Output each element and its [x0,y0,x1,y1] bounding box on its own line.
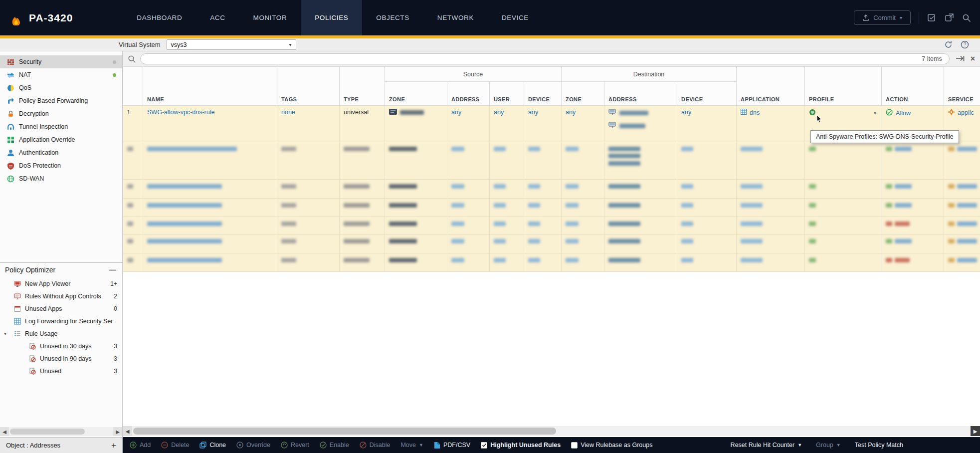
source-address[interactable]: any [451,109,461,116]
add-object-button[interactable]: + [111,441,116,450]
sidebar-item-label: Authentication [19,149,58,156]
sidebar-item-authentication[interactable]: Authentication [0,146,122,159]
rulebase-main: 7 items × [123,51,980,437]
col-header-src-device[interactable]: DEVICE [524,82,562,106]
optimizer-item-unused-30-days[interactable]: Unused in 30 days 3 [0,340,122,352]
col-header-name[interactable]: NAME [143,67,277,106]
redacted-cell [340,217,385,234]
sidebar-item-security[interactable]: Security [0,55,122,68]
scrollbar-thumb[interactable] [133,428,556,435]
filter-input[interactable] [141,54,949,64]
override-button[interactable]: Override [236,442,270,449]
sidebar-item-decryption[interactable]: Decryption [0,107,122,120]
redacted-cell [490,253,524,272]
optimizer-item-unused-apps[interactable]: Unused Apps 0 [0,302,122,315]
optimizer-item-rules-without-app-controls[interactable]: Rules Without App Controls 2 [0,290,122,302]
tab-monitor[interactable]: MONITOR [239,0,301,35]
clone-button[interactable]: Clone [199,442,226,449]
optimizer-item-rule-usage[interactable]: ▾ Rule Usage [0,327,122,340]
tab-dashboard[interactable]: DASHBOARD [123,0,196,35]
sidebar-item-sd-wan[interactable]: SD-WAN [0,172,122,185]
tab-policies[interactable]: POLICIES [301,0,362,35]
redacted-cell [737,199,805,217]
tab-network[interactable]: NETWORK [423,0,488,35]
virtual-system-select[interactable]: vsys3 ▾ [167,39,296,50]
col-header-src-address[interactable]: ADDRESS [447,82,490,106]
apply-filter-icon[interactable] [956,55,965,63]
rule-name-link[interactable]: SWG-allow-vpc-dns-rule [147,109,214,116]
reset-rule-hit-counter-button[interactable]: Reset Rule Hit Counter▼ [731,442,802,449]
rule-tags[interactable]: none [281,109,295,116]
profile-dropdown-chevron-icon[interactable]: ▾ [874,110,876,116]
highlight-unused-rules-checkbox[interactable]: Highlight Unused Rules [481,442,561,449]
destination-zone[interactable]: any [566,109,576,116]
config-save-icon[interactable] [927,13,937,22]
table-row-redacted[interactable] [123,180,980,199]
action-value[interactable]: Allow [896,110,911,117]
table-row-redacted[interactable] [123,142,980,180]
scrollbar-thumb[interactable] [10,429,85,435]
config-push-icon[interactable] [945,13,954,22]
bottom-toolbar: Add Delete Clone Override Revert Enable [123,437,980,453]
optimizer-item-log-forwarding[interactable]: Log Forwarding for Security Ser [0,315,122,327]
col-header-service[interactable]: SERVICE [944,67,980,106]
sidebar-item-qos[interactable]: QoS [0,81,122,94]
col-header-dst-device[interactable]: DEVICE [677,82,737,106]
optimizer-item-unused-90-days[interactable]: Unused in 90 days 3 [0,352,122,365]
col-header-tags[interactable]: TAGS [277,67,340,106]
scroll-right-arrow[interactable]: ▶ [113,427,122,436]
col-header-dst-zone[interactable]: ZONE [562,82,604,106]
scroll-left-arrow[interactable]: ◀ [123,426,132,436]
clear-filter-icon[interactable]: × [971,55,975,63]
tab-objects[interactable]: OBJECTS [362,0,423,35]
enable-button[interactable]: Enable [320,442,349,449]
sidebar-item-dos-protection[interactable]: DoS Protection [0,159,122,172]
add-button[interactable]: Add [130,442,151,449]
col-header-profile[interactable]: PROFILE [805,67,882,106]
col-header-application[interactable]: APPLICATION [737,67,805,106]
scroll-right-arrow[interactable]: ▶ [971,426,980,436]
revert-button[interactable]: Revert [281,442,309,449]
policy-based-forwarding-icon [7,97,14,105]
commit-button[interactable]: Commit ▾ [854,10,911,25]
move-button[interactable]: Move▼ [400,442,423,449]
application-value[interactable]: dns [750,109,760,116]
source-device[interactable]: any [528,109,538,116]
table-row-redacted[interactable] [123,217,980,234]
pdf-csv-button[interactable]: PDF/CSV [434,442,470,449]
source-user[interactable]: any [494,109,504,116]
optimizer-item-unused[interactable]: Unused 3 [0,365,122,377]
collapse-icon[interactable]: — [109,266,116,274]
redacted-cell [277,180,340,199]
destination-device[interactable]: any [681,109,691,116]
chevron-down-icon[interactable]: ▾ [4,331,10,336]
sidebar-item-nat[interactable]: NAT [0,68,122,81]
delete-button[interactable]: Delete [161,442,189,449]
optimizer-count: 2 [114,293,122,300]
help-icon[interactable]: ? [961,40,969,49]
service-value[interactable]: applic [958,109,974,116]
tab-device[interactable]: DEVICE [488,0,543,35]
sidebar-item-tunnel-inspection[interactable]: Tunnel Inspection [0,120,122,133]
redacted-cell [385,234,447,253]
refresh-icon[interactable] [944,40,953,49]
col-header-dst-address[interactable]: ADDRESS [604,82,677,106]
view-rulebase-as-groups-checkbox[interactable]: View Rulebase as Groups [571,442,652,449]
test-policy-match-button[interactable]: Test Policy Match [855,442,903,449]
header-divider [919,12,919,24]
group-button[interactable]: Group▼ [816,442,841,449]
col-header-src-zone[interactable]: ZONE [385,82,447,106]
disable-button[interactable]: Disable [360,442,391,449]
optimizer-item-new-app-viewer[interactable]: New App Viewer 1+ [0,277,122,290]
table-row-redacted[interactable] [123,199,980,217]
sidebar-item-policy-based-forwarding[interactable]: Policy Based Forwarding [0,94,122,107]
col-header-src-user[interactable]: USER [490,82,524,106]
table-row-redacted[interactable] [123,234,980,253]
search-icon[interactable] [962,13,971,22]
tab-acc[interactable]: ACC [196,0,239,35]
col-header-action[interactable]: ACTION [882,67,944,106]
sidebar-item-application-override[interactable]: Application Override [0,133,122,146]
col-header-type[interactable]: TYPE [340,67,385,106]
scroll-left-arrow[interactable]: ◀ [0,427,9,436]
table-row-redacted[interactable] [123,253,980,272]
